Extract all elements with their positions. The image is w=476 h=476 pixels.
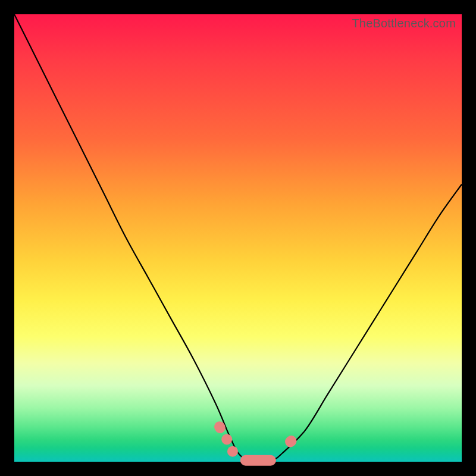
plot-area: TheBottleneck.com (14, 14, 462, 462)
marker-pill (283, 433, 299, 449)
marker-dot (227, 446, 238, 457)
outer-frame: TheBottleneck.com (0, 0, 476, 476)
curve-line (14, 14, 462, 462)
marker-pill (240, 455, 276, 466)
marker-dot (221, 434, 232, 444)
bottleneck-curve (14, 14, 462, 462)
marker-pill (212, 419, 227, 435)
